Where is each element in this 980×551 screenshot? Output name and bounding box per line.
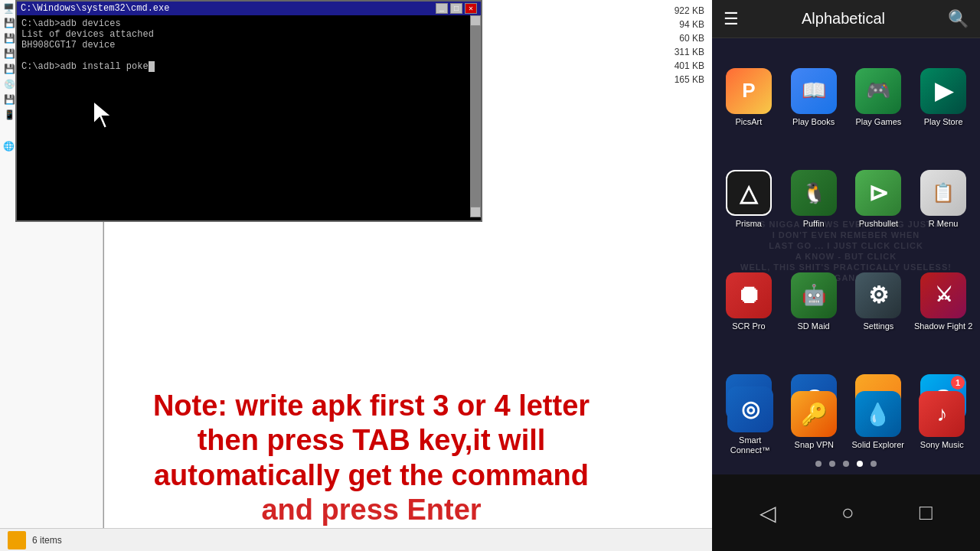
drive-c-icon: 💾 bbox=[3, 17, 15, 29]
rmenu-icon: 📋 bbox=[920, 170, 966, 216]
app-playbooks[interactable]: 📖 Play Books bbox=[783, 48, 844, 147]
annotation-line4: and press Enter bbox=[54, 493, 689, 528]
app-smartconnect[interactable]: ◎ Smart Connect™ bbox=[718, 386, 782, 455]
file-size-3: 311 KB bbox=[675, 45, 704, 59]
cmd-close-btn[interactable]: ✕ bbox=[465, 3, 477, 14]
cmd-line-3 bbox=[21, 51, 476, 61]
app-pushbullet[interactable]: ⊳ Pushbullet bbox=[848, 151, 910, 249]
app-settings[interactable]: ⚙ Settings bbox=[848, 253, 910, 351]
sdmaid-label: SD Maid bbox=[798, 321, 830, 331]
file-size-5: 165 KB bbox=[675, 73, 704, 86]
prisma-icon: △ bbox=[727, 171, 770, 214]
annotation-overlay: Note: write apk first 3 or 4 letter then… bbox=[54, 389, 689, 528]
app-grid-row5: ◎ Smart Connect™ 🔑 Snap VPN 💧 Solid Expl… bbox=[712, 386, 980, 459]
phone-menu-icon[interactable]: ☰ bbox=[724, 9, 739, 29]
snapvpn-label: Snap VPN bbox=[795, 440, 834, 450]
settings-label: Settings bbox=[864, 321, 894, 331]
app-scrpro[interactable]: ⏺ SCR Pro bbox=[718, 253, 779, 351]
smartconnect-icon: ◎ bbox=[727, 386, 773, 432]
status-folder-icon bbox=[8, 531, 26, 549]
rmenu-label: R Menu bbox=[929, 219, 959, 229]
app-sdmaid[interactable]: 🤖 SD Maid bbox=[783, 253, 844, 351]
computer-icon: 🖥️ bbox=[3, 3, 15, 14]
playstore-label: Play Store bbox=[924, 117, 963, 127]
app-playstore[interactable]: ▶ Play Store bbox=[913, 48, 974, 147]
cmd-minimize-btn[interactable]: _ bbox=[436, 3, 448, 14]
solidexplorer-icon: 💧 bbox=[855, 391, 901, 437]
phone-header: ☰ Alphabetical 🔍 bbox=[712, 0, 980, 38]
solidexplorer-label: Solid Explorer bbox=[852, 440, 904, 450]
cmd-titlebar: C:\Windows\system32\cmd.exe _ □ ✕ bbox=[17, 2, 481, 15]
file-size-4: 401 KB bbox=[675, 59, 704, 73]
file-size-1: 94 KB bbox=[679, 18, 704, 31]
cmd-scroll-down[interactable]: ▼ bbox=[470, 207, 481, 217]
drive-h-icon: 💿 bbox=[3, 78, 15, 90]
app-playgames[interactable]: 🎮 Play Games bbox=[848, 48, 910, 147]
annotation-line1: Note: write apk first 3 or 4 letter bbox=[54, 389, 689, 424]
phone-back-btn[interactable]: ◁ bbox=[760, 500, 776, 526]
shadowfight-label: Shadow Fight 2 bbox=[914, 321, 972, 331]
page-dots bbox=[712, 461, 980, 467]
pushbullet-icon: ⊳ bbox=[855, 170, 901, 216]
app-prisma[interactable]: △ Prisma bbox=[718, 151, 779, 249]
phone-home-btn[interactable]: ○ bbox=[841, 500, 854, 525]
phone-panel: ☰ Alphabetical 🔍 THIS NIGGA KNOWS EVERYT… bbox=[712, 0, 980, 551]
phone-search-icon[interactable]: 🔍 bbox=[948, 9, 969, 29]
sdmaid-icon: 🤖 bbox=[791, 272, 837, 318]
prisma-label: Prisma bbox=[736, 219, 762, 229]
app-snapvpn[interactable]: 🔑 Snap VPN bbox=[782, 386, 847, 455]
picsart-label: PicsArt bbox=[735, 117, 762, 127]
playbooks-icon: 📖 bbox=[791, 68, 837, 114]
phone-nav-bar: ◁ ○ □ bbox=[712, 474, 980, 551]
dot-0[interactable] bbox=[815, 461, 822, 467]
shadowfight-icon: ⚔ bbox=[920, 272, 966, 318]
cmd-content: C:\adb>adb devices List of devices attac… bbox=[17, 15, 481, 217]
dot-1[interactable] bbox=[829, 461, 835, 467]
app-sonymusic[interactable]: ♪ Sony Music bbox=[910, 386, 975, 455]
status-bar: 6 items bbox=[0, 528, 712, 551]
cmd-line-4: C:\adb>adb install poke bbox=[21, 61, 476, 72]
network-icon: 🌐 bbox=[3, 141, 15, 152]
picsart-icon: P bbox=[726, 68, 772, 114]
file-size-2: 60 KB bbox=[679, 31, 704, 45]
cmd-window: C:\Windows\system32\cmd.exe _ □ ✕ C:\adb… bbox=[15, 0, 482, 222]
cmd-scroll-up[interactable]: ▲ bbox=[470, 15, 481, 26]
cmd-cursor bbox=[149, 61, 155, 72]
cmd-line-2: BH908CGT17 device bbox=[21, 40, 476, 51]
dot-4[interactable] bbox=[871, 461, 877, 467]
cmd-titlebar-buttons: _ □ ✕ bbox=[436, 3, 477, 14]
cmd-maximize-btn[interactable]: □ bbox=[450, 3, 462, 14]
sonymusic-label: Sony Music bbox=[920, 440, 964, 450]
dot-3[interactable] bbox=[857, 461, 863, 467]
puffin-label: Puffin bbox=[803, 219, 825, 229]
phone-recent-btn[interactable]: □ bbox=[920, 500, 933, 525]
cmd-title: C:\Windows\system32\cmd.exe bbox=[21, 3, 169, 14]
puffin-icon: 🐧 bbox=[791, 170, 837, 216]
drive-f-icon: 💾 bbox=[3, 63, 15, 75]
app-picsart[interactable]: P PicsArt bbox=[718, 48, 779, 147]
cmd-line-0: C:\adb>adb devices bbox=[21, 18, 476, 29]
drive-d-icon: 💾 bbox=[3, 32, 15, 44]
annotation-line3: automatically get the command bbox=[54, 458, 689, 494]
dot-2[interactable] bbox=[843, 461, 849, 467]
app-rmenu[interactable]: 📋 R Menu bbox=[913, 151, 974, 249]
app-solidexplorer[interactable]: 💧 Solid Explorer bbox=[846, 386, 910, 455]
playgames-label: Play Games bbox=[855, 117, 901, 127]
app-puffin[interactable]: 🐧 Puffin bbox=[783, 151, 844, 249]
playstore-icon: ▶ bbox=[920, 68, 966, 114]
file-size-0: 922 KB bbox=[675, 4, 704, 18]
cmd-scrollbar[interactable]: ▲ ▼ bbox=[470, 15, 481, 217]
status-items-count: 6 items bbox=[32, 535, 62, 546]
cmd-line-1: List of devices attached bbox=[21, 29, 476, 40]
app-shadowfight[interactable]: ⚔ Shadow Fight 2 bbox=[913, 253, 974, 351]
settings-icon: ⚙ bbox=[855, 272, 901, 318]
drive-e2-icon: 💾 bbox=[3, 93, 15, 106]
scrpro-label: SCR Pro bbox=[732, 321, 765, 331]
playbooks-label: Play Books bbox=[792, 117, 835, 127]
cmd-scrollthumb[interactable] bbox=[470, 26, 481, 207]
snapvpn-icon: 🔑 bbox=[791, 391, 837, 437]
pushbullet-label: Pushbullet bbox=[859, 219, 898, 229]
playgames-icon: 🎮 bbox=[855, 68, 901, 114]
phone-header-title: Alphabetical bbox=[802, 10, 885, 28]
smartconnect-label: Smart Connect™ bbox=[718, 435, 782, 455]
